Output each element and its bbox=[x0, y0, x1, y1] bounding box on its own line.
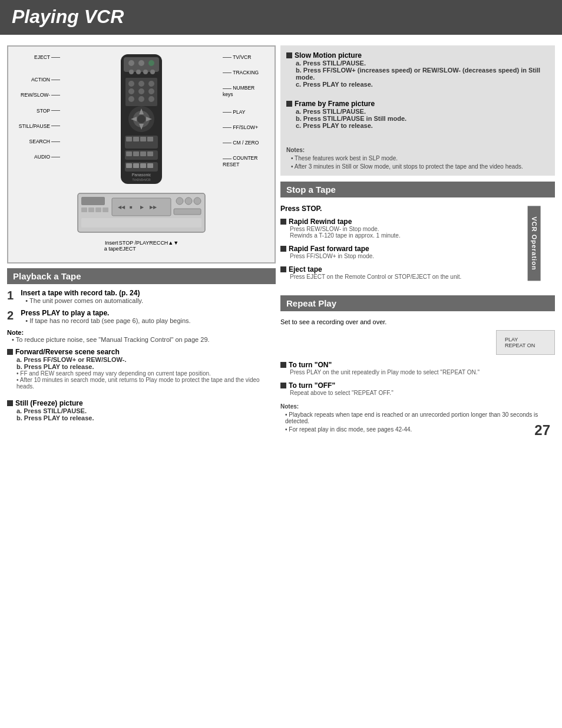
repeat-play-header: Repeat Play bbox=[280, 295, 555, 311]
label-eject: EJECT bbox=[13, 54, 60, 60]
repeat-play-content: Set to see a recording over and over. PL… bbox=[280, 316, 555, 435]
right-top-gray: Slow Motion picture a. Press STILL/PAUSE… bbox=[280, 45, 555, 176]
stop-tape-section: Stop a Tape Press STOP. Rapid Rewind tap… bbox=[280, 182, 555, 289]
label-action: ACTION bbox=[13, 77, 60, 83]
still-freeze-feature: Still (Freeze) picture a. Press STILL/PA… bbox=[7, 399, 276, 421]
rapid-ff-feature: Rapid Fast forward tape Press FF/SLOW+ i… bbox=[280, 245, 555, 259]
bullet-square-2 bbox=[7, 400, 13, 406]
left-column: EJECT ACTION REW/SLOW- STOP bbox=[7, 45, 276, 441]
bullet-turnon bbox=[280, 362, 286, 368]
label-rec: REC bbox=[149, 240, 160, 252]
turn-on-feature: To turn "ON" Press PLAY on the unit repe… bbox=[280, 361, 555, 375]
svg-text:▶: ▶ bbox=[140, 205, 144, 210]
svg-text:▶▶: ▶▶ bbox=[150, 205, 157, 210]
playback-header: Playback a Tape bbox=[7, 268, 276, 284]
playback-section: Playback a Tape 1 Insert a tape with rec… bbox=[7, 268, 276, 421]
svg-rect-47 bbox=[95, 207, 101, 212]
remote-svg: Panasonic TV•DVD•VCR bbox=[109, 51, 174, 189]
svg-rect-29 bbox=[140, 137, 146, 141]
bullet-slow bbox=[286, 52, 292, 58]
label-stillpause: STILL/PAUSE bbox=[13, 123, 60, 129]
svg-point-13 bbox=[128, 88, 134, 94]
device-inner: EJECT ACTION REW/SLOW- STOP bbox=[13, 51, 270, 253]
remote-drawing: Panasonic TV•DVD•VCR bbox=[62, 51, 220, 253]
label-tracking: TRACKING bbox=[223, 70, 270, 75]
svg-point-14 bbox=[138, 88, 144, 94]
turn-off-feature: To turn "OFF" Repeat above to select "RE… bbox=[280, 381, 555, 396]
remote-illustration: Panasonic TV•DVD•VCR bbox=[109, 51, 174, 187]
forward-reverse-feature: Forward/Reverse scene search a. Press FF… bbox=[7, 348, 276, 390]
device-labels-right: TV/VCR TRACKING NUMBERkeys PLAY FF/S bbox=[223, 51, 270, 253]
playback-note: Note: • To reduce picture noise, see "Ma… bbox=[7, 329, 276, 343]
action-line bbox=[51, 80, 60, 80]
device-labels-left: EJECT ACTION REW/SLOW- STOP bbox=[13, 51, 60, 253]
page-header: Playing VCR bbox=[0, 0, 562, 35]
svg-text:◀◀: ◀◀ bbox=[118, 205, 125, 210]
svg-point-8 bbox=[150, 70, 155, 74]
device-diagram-section: EJECT ACTION REW/SLOW- STOP bbox=[7, 45, 276, 263]
svg-rect-57 bbox=[174, 209, 201, 215]
svg-point-11 bbox=[138, 81, 144, 87]
svg-point-10 bbox=[128, 81, 134, 87]
page-wrapper: Playing VCR EJECT ACTION bbox=[0, 0, 562, 446]
svg-text:Panasonic: Panasonic bbox=[132, 173, 151, 177]
slow-motion-feature: Slow Motion picture a. Press STILL/PAUSE… bbox=[286, 51, 549, 88]
bullet-rewind bbox=[280, 219, 286, 225]
svg-rect-58 bbox=[81, 218, 201, 228]
bottom-labels-row: Insert a tape STOP / EJECT PLAY bbox=[87, 239, 196, 253]
stop-line bbox=[51, 110, 60, 111]
label-rewslow: REW/SLOW- bbox=[13, 92, 60, 98]
label-insert: Insert a tape bbox=[104, 240, 119, 252]
vcr-operation-tab: VCR Operation bbox=[527, 206, 540, 281]
label-audio: AUDIO bbox=[13, 154, 60, 160]
svg-point-17 bbox=[138, 96, 144, 102]
svg-rect-27 bbox=[126, 137, 132, 141]
audio-line bbox=[51, 157, 60, 157]
svg-rect-37 bbox=[126, 163, 132, 168]
eject-line bbox=[51, 57, 60, 58]
svg-point-16 bbox=[128, 96, 134, 102]
svg-point-5 bbox=[129, 70, 134, 74]
bullet-eject bbox=[280, 266, 286, 272]
repeat-notes: Notes: • Playback repeats when tape end … bbox=[280, 403, 555, 433]
svg-rect-32 bbox=[126, 151, 132, 156]
stop-tape-content: Press STOP. Rapid Rewind tape Press REW/… bbox=[280, 202, 555, 289]
label-ffslowplus: FF/SLOW+ bbox=[223, 124, 270, 130]
svg-point-7 bbox=[143, 70, 148, 74]
label-number: NUMBERkeys bbox=[223, 85, 270, 97]
step-1: 1 Insert a tape with record tab. (p. 24)… bbox=[7, 289, 276, 304]
label-counter-reset: COUNTERRESET bbox=[223, 155, 270, 167]
label-ch: CH▲▼ bbox=[160, 240, 178, 252]
vcr-panel-svg: ◀◀ ■ ▶ ▶▶ bbox=[77, 192, 206, 233]
search-line bbox=[51, 141, 60, 142]
svg-rect-46 bbox=[88, 207, 94, 212]
label-stop: STOP bbox=[13, 108, 60, 114]
svg-rect-35 bbox=[147, 151, 153, 156]
svg-rect-28 bbox=[133, 137, 139, 141]
label-search: SEARCH bbox=[13, 139, 60, 144]
svg-rect-38 bbox=[133, 163, 139, 168]
svg-point-21 bbox=[137, 115, 146, 123]
step-2: 2 Press PLAY to play a tape. • If tape h… bbox=[7, 309, 276, 324]
content-area: EJECT ACTION REW/SLOW- STOP bbox=[0, 41, 562, 446]
page-number: 27 bbox=[534, 422, 550, 439]
svg-point-55 bbox=[185, 197, 192, 205]
stop-tape-header: Stop a Tape bbox=[280, 182, 555, 197]
svg-rect-39 bbox=[140, 163, 146, 168]
svg-rect-40 bbox=[147, 163, 153, 168]
svg-rect-30 bbox=[147, 137, 153, 141]
bullet-square bbox=[7, 349, 13, 355]
svg-point-2 bbox=[128, 60, 134, 66]
svg-point-18 bbox=[148, 96, 154, 102]
rapid-rewind-feature: Rapid Rewind tape Press REW/SLOW- in Sto… bbox=[280, 218, 555, 239]
svg-point-56 bbox=[194, 197, 201, 205]
svg-point-54 bbox=[176, 197, 183, 205]
svg-rect-33 bbox=[133, 151, 139, 156]
repeat-display-box: PLAY REPEAT ON bbox=[496, 330, 555, 355]
vcr-panel: ◀◀ ■ ▶ ▶▶ bbox=[77, 192, 206, 235]
svg-rect-34 bbox=[140, 151, 146, 156]
svg-point-6 bbox=[136, 70, 141, 74]
bullet-turnoff bbox=[280, 383, 286, 388]
repeat-play-section: Repeat Play Set to see a recording over … bbox=[280, 295, 555, 435]
right-column: Slow Motion picture a. Press STILL/PAUSE… bbox=[280, 45, 555, 441]
